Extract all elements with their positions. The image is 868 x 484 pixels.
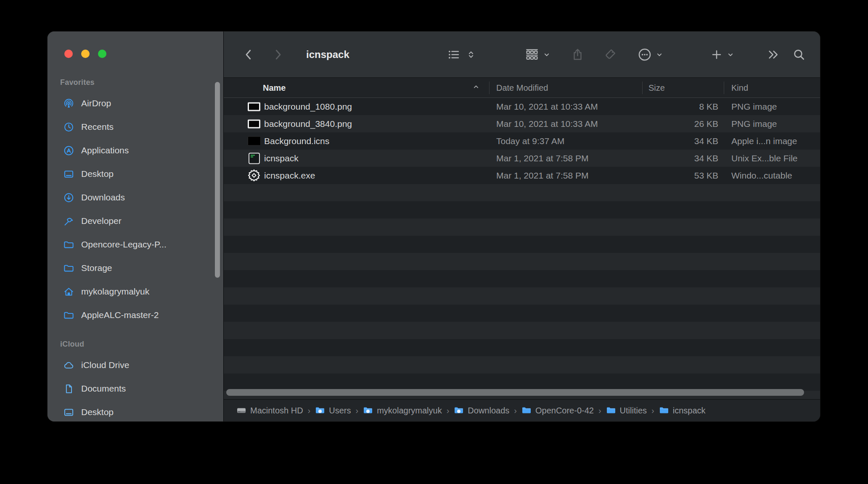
sidebar-section-label: iCloud: [48, 338, 223, 350]
column-separator[interactable]: [642, 82, 643, 94]
sidebar-section-label: Favorites: [48, 76, 223, 89]
path-segment-macintosh-hd[interactable]: Macintosh HD: [236, 405, 303, 416]
sidebar-item-mykolagrymalyuk[interactable]: mykolagrymalyuk: [48, 280, 223, 303]
folder-icon: [63, 309, 74, 321]
file-icon: [246, 98, 262, 115]
path-segment-downloads[interactable]: Downloads: [454, 405, 509, 416]
sidebar-item-label: Downloads: [81, 192, 125, 203]
folder-icon: [454, 405, 464, 416]
file-row[interactable]: icnspack Mar 1, 2021 at 7:58 PM 34 KB Un…: [224, 150, 820, 167]
sidebar-item-icloud-drive[interactable]: iCloud Drive: [48, 353, 223, 377]
back-button[interactable]: [242, 48, 255, 61]
sidebar-scrollbar[interactable]: [215, 82, 220, 278]
folder-icon: [606, 405, 616, 416]
sidebar-item-label: Desktop: [81, 407, 114, 417]
path-segment-label: Users: [329, 406, 351, 416]
sidebar-item-developer[interactable]: Developer: [48, 209, 223, 233]
file-row[interactable]: background_1080.png Mar 10, 2021 at 10:3…: [224, 98, 820, 115]
chevron-down-icon: [655, 50, 664, 59]
icns-thumbnail-icon: [248, 137, 261, 146]
file-kind: Apple i...n image: [731, 136, 797, 146]
sidebar-items: iCloud Drive Documents Desktop: [48, 353, 223, 421]
folder-icon: [63, 262, 74, 274]
sidebar-item-downloads[interactable]: Downloads: [48, 186, 223, 209]
file-row[interactable]: Background.icns Today at 9:37 AM 34 KB A…: [224, 132, 820, 150]
sidebar-item-desktop[interactable]: Desktop: [48, 162, 223, 186]
file-name: background_1080.png: [264, 102, 352, 112]
traffic-lights: [64, 50, 106, 58]
file-icon: [246, 150, 262, 167]
path-separator-icon: ›: [447, 406, 450, 416]
path-segment-opencore-0-42[interactable]: OpenCore-0-42: [521, 405, 594, 416]
sidebar-item-documents[interactable]: Documents: [48, 377, 223, 400]
desktop-icon: [63, 406, 74, 418]
chevron-down-icon: [726, 50, 735, 59]
folder-badge-icon: [318, 410, 322, 413]
column-header-date-modified[interactable]: Date Modified: [496, 83, 548, 92]
minimize-button[interactable]: [81, 50, 90, 58]
hammer-icon: [63, 215, 74, 227]
close-button[interactable]: [64, 50, 73, 58]
group-grid-icon: [525, 47, 539, 62]
forward-button[interactable]: [272, 48, 284, 61]
sidebar-item-applications[interactable]: Applications: [48, 139, 223, 162]
path-separator-icon: ›: [651, 406, 654, 416]
zoom-button[interactable]: [98, 50, 106, 58]
window-title: icnspack: [306, 49, 349, 60]
path-segment-users[interactable]: Users: [315, 405, 351, 416]
png-thumbnail-icon: [248, 102, 260, 111]
toolbar-overflow-button[interactable]: [767, 48, 780, 61]
file-row[interactable]: background_3840.png Mar 10, 2021 at 10:3…: [224, 115, 820, 132]
path-separator-icon: ›: [598, 406, 601, 416]
search-button[interactable]: [792, 48, 806, 61]
new-item-button[interactable]: [710, 48, 735, 61]
sidebar-item-recents[interactable]: Recents: [48, 115, 223, 139]
column-separator[interactable]: [489, 82, 490, 94]
path-segment-icnspack[interactable]: icnspack: [659, 405, 706, 416]
path-separator-icon: ›: [514, 406, 517, 416]
file-date-modified: Mar 1, 2021 at 7:58 PM: [496, 171, 588, 181]
column-header-kind[interactable]: Kind: [731, 83, 748, 92]
file-kind: Windo...cutable: [731, 171, 792, 181]
tag-button[interactable]: [603, 47, 617, 61]
horizontal-scrollbar[interactable]: [226, 389, 804, 396]
view-mode-button[interactable]: [447, 48, 476, 61]
sort-ascending-icon: [472, 83, 480, 93]
group-by-button[interactable]: [525, 47, 551, 62]
sidebar-item-label: AirDrop: [81, 98, 111, 108]
finder-window: Favorites AirDrop Recents Applications D…: [48, 32, 820, 421]
sidebar-item-storage[interactable]: Storage: [48, 256, 223, 280]
sidebar-item-desktop[interactable]: Desktop: [48, 400, 223, 421]
column-header-name[interactable]: Name: [263, 83, 286, 92]
file-name: icnspack.exe: [264, 171, 315, 181]
sidebar-item-label: Developer: [81, 216, 122, 226]
file-icon: [246, 132, 262, 150]
file-row[interactable]: icnspack.exe Mar 1, 2021 at 7:58 PM 53 K…: [224, 167, 820, 184]
folder-icon: [363, 405, 373, 416]
path-segment-utilities[interactable]: Utilities: [606, 405, 647, 416]
file-size: 53 KB: [627, 171, 718, 181]
more-actions-button[interactable]: [638, 47, 664, 62]
terminal-executable-icon: [249, 153, 260, 164]
sidebar: Favorites AirDrop Recents Applications D…: [48, 32, 223, 421]
file-kind: PNG image: [731, 102, 777, 112]
sidebar-section-icloud: iCloud iCloud Drive Documents Desktop: [48, 338, 223, 421]
list-column-headers: Name Date Modified Size Kind: [224, 78, 820, 98]
sidebar-item-airdrop[interactable]: AirDrop: [48, 92, 223, 115]
sidebar-item-applealc-master-2[interactable]: AppleALC-master-2: [48, 303, 223, 327]
path-segment-label: icnspack: [673, 406, 706, 416]
gear-icon: [247, 168, 261, 183]
path-segment-mykolagrymalyuk[interactable]: mykolagrymalyuk: [363, 405, 442, 416]
download-circle-icon: [63, 192, 74, 203]
toolbar: icnspack: [224, 32, 820, 78]
sidebar-item-label: Recents: [81, 122, 114, 132]
column-separator[interactable]: [724, 82, 724, 94]
plus-icon: [710, 48, 723, 61]
path-segment-label: Utilities: [620, 406, 647, 416]
column-header-size[interactable]: Size: [648, 83, 665, 92]
ellipsis-circle-icon: [638, 47, 652, 62]
sidebar-item-label: AppleALC-master-2: [81, 310, 159, 320]
sidebar-item-opencore-legacy-p[interactable]: Opencore-Legacy-P...: [48, 233, 223, 256]
file-size: 34 KB: [627, 136, 718, 146]
share-button[interactable]: [571, 47, 585, 61]
